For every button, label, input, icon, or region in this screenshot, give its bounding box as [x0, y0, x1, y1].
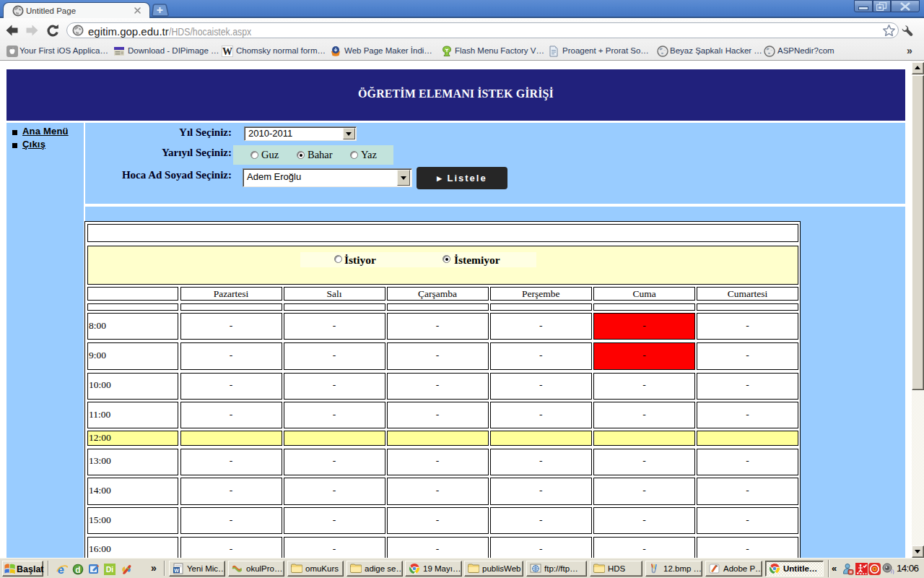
- svg-text:d: d: [75, 565, 80, 575]
- svg-text:W: W: [174, 568, 179, 573]
